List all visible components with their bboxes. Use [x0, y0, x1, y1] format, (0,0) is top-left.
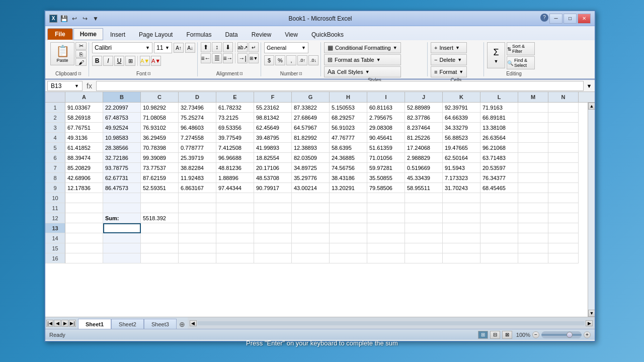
cell-B12[interactable]: Sum: — [103, 213, 141, 223]
cell-B2[interactable]: 67.48753 — [103, 113, 141, 123]
cell-I5[interactable]: 51.61359 — [367, 143, 405, 153]
cell-I7[interactable]: 59.97281 — [367, 163, 405, 173]
cell-E15[interactable] — [216, 243, 254, 253]
row-header-7[interactable]: 7 — [45, 163, 65, 173]
cell-E10[interactable] — [216, 193, 254, 203]
wrap-text-button[interactable]: ↵ — [249, 42, 259, 52]
cell-J14[interactable] — [405, 233, 443, 243]
cell-K14[interactable] — [443, 233, 480, 243]
help-icon[interactable]: ? — [540, 14, 548, 22]
cell-B11[interactable] — [103, 203, 141, 213]
align-right-button[interactable]: ≡→ — [223, 53, 233, 63]
cell-B9[interactable]: 86.47573 — [103, 183, 141, 193]
cell-J4[interactable]: 81.25226 — [405, 133, 443, 143]
row-header-8[interactable]: 8 — [45, 173, 65, 183]
scroll-right-button[interactable]: ▶ — [586, 320, 593, 326]
cell-F5[interactable]: 41.99893 — [254, 143, 292, 153]
cell-K4[interactable]: 56.88523 — [443, 133, 480, 143]
cell-C10[interactable] — [141, 193, 179, 203]
next-sheet-button[interactable]: ▶ — [61, 320, 68, 327]
cell-G11[interactable] — [292, 203, 330, 213]
cell-C8[interactable]: 87.62159 — [141, 173, 179, 183]
first-sheet-button[interactable]: |◀ — [46, 320, 53, 327]
cell-A4[interactable]: 49.3136 — [65, 133, 103, 143]
cell-A12[interactable] — [65, 213, 103, 223]
row-header-16[interactable]: 16 — [45, 253, 65, 263]
tab-formulas[interactable]: Formulas — [180, 28, 218, 40]
cell-A3[interactable]: 67.76751 — [65, 123, 103, 133]
format-painter-button[interactable]: 🖌 — [75, 58, 87, 66]
font-name-dropdown-icon[interactable]: ▼ — [145, 45, 150, 50]
tab-data[interactable]: Data — [218, 28, 244, 40]
cell-J7[interactable]: 0.519669 — [405, 163, 443, 173]
merge-button[interactable]: ⊞▼ — [249, 53, 259, 63]
cell-D6[interactable]: 25.39719 — [179, 153, 216, 163]
cell-M15[interactable] — [518, 243, 548, 253]
cell-A11[interactable] — [65, 203, 103, 213]
cell-E9[interactable]: 97.44344 — [216, 183, 254, 193]
cell-K16[interactable] — [443, 253, 480, 263]
cell-L7[interactable]: 20.53597 — [480, 163, 518, 173]
cell-I1[interactable]: 60.81163 — [367, 103, 405, 113]
cell-J12[interactable] — [405, 213, 443, 223]
last-sheet-button[interactable]: ▶| — [69, 320, 76, 327]
cell-H15[interactable] — [330, 243, 367, 253]
increase-font-button[interactable]: A↑ — [174, 43, 184, 53]
cell-L1[interactable]: 71.9163 — [480, 103, 518, 113]
cell-D8[interactable]: 11.92483 — [179, 173, 216, 183]
cell-C3[interactable]: 76.93102 — [141, 123, 179, 133]
cell-G14[interactable] — [292, 233, 330, 243]
cell-D4[interactable]: 7.274558 — [179, 133, 216, 143]
cell-C13[interactable] — [141, 223, 179, 233]
cell-L12[interactable] — [480, 213, 518, 223]
cell-I6[interactable]: 71.01056 — [367, 153, 405, 163]
cell-E7[interactable]: 48.81236 — [216, 163, 254, 173]
save-qa-button[interactable]: 💾 — [59, 14, 68, 23]
format-button[interactable]: ≡ Format ▼ — [431, 66, 467, 77]
cell-H9[interactable]: 13.20291 — [330, 183, 367, 193]
cell-F12[interactable] — [254, 213, 292, 223]
cell-J5[interactable]: 17.24068 — [405, 143, 443, 153]
cell-E4[interactable]: 39.77549 — [216, 133, 254, 143]
cell-G1[interactable]: 87.33822 — [292, 103, 330, 113]
cell-G7[interactable]: 34.89725 — [292, 163, 330, 173]
cell-A10[interactable] — [65, 193, 103, 203]
cell-M13[interactable] — [518, 223, 548, 233]
comma-button[interactable]: , — [286, 55, 296, 65]
cell-L11[interactable] — [480, 203, 518, 213]
col-header-m[interactable]: M — [518, 92, 548, 102]
formula-symbol[interactable]: fx — [85, 82, 94, 90]
underline-button[interactable]: U — [114, 56, 124, 66]
cell-M7[interactable] — [518, 163, 548, 173]
cell-M12[interactable] — [518, 213, 548, 223]
page-break-view-button[interactable]: ⊠ — [502, 331, 512, 339]
cell-styles-button[interactable]: Aa Cell Styles ▼ — [324, 66, 401, 77]
cell-I2[interactable]: 2.795675 — [367, 113, 405, 123]
row-header-10[interactable]: 10 — [45, 193, 65, 203]
cut-button[interactable]: ✂ — [75, 42, 87, 50]
clipboard-expand-icon[interactable]: ⊡ — [78, 71, 82, 76]
cell-K5[interactable]: 19.47665 — [443, 143, 480, 153]
tab-page-layout[interactable]: Page Layout — [132, 28, 179, 40]
tab-view[interactable]: View — [278, 28, 304, 40]
border-button[interactable]: ⊞ — [125, 56, 135, 66]
cell-A15[interactable] — [65, 243, 103, 253]
cell-N4[interactable] — [548, 133, 579, 143]
cell-A7[interactable]: 85.20829 — [65, 163, 103, 173]
col-header-f[interactable]: F — [254, 92, 292, 102]
number-expand-icon[interactable]: ⊡ — [299, 71, 302, 76]
cell-D10[interactable] — [179, 193, 216, 203]
cell-N11[interactable] — [548, 203, 579, 213]
increase-decimal-button[interactable]: .0↑ — [297, 55, 307, 65]
cell-N3[interactable] — [548, 123, 579, 133]
cell-F15[interactable] — [254, 243, 292, 253]
cell-M5[interactable] — [518, 143, 548, 153]
cell-B6[interactable]: 32.72186 — [103, 153, 141, 163]
sheet-tab-sheet2[interactable]: Sheet2 — [111, 319, 144, 329]
cell-H1[interactable]: 5.150553 — [330, 103, 367, 113]
cell-G5[interactable]: 12.38893 — [292, 143, 330, 153]
font-name-box[interactable]: Calibri▼ — [92, 42, 152, 53]
cell-I11[interactable] — [367, 203, 405, 213]
cell-J3[interactable]: 8.237464 — [405, 123, 443, 133]
cell-M14[interactable] — [518, 233, 548, 243]
